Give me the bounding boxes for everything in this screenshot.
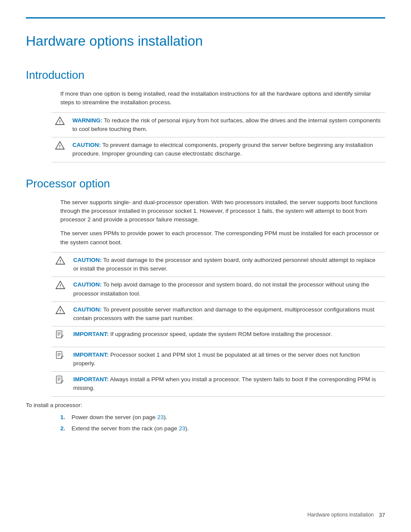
processor-caution-row-2: CAUTION: To help avoid damage to the pro…: [52, 277, 385, 302]
warning-label: WARNING:: [72, 117, 103, 124]
processor-caution-row-3: CAUTION: To prevent possible server malf…: [52, 302, 385, 327]
step-2-link[interactable]: 23: [179, 425, 185, 432]
step-2: 2. Extend the server from the rack (on p…: [60, 424, 385, 433]
warning-notice-row: WARNING: To reduce the risk of personal …: [52, 112, 385, 137]
caution-icon-intro: [55, 141, 65, 150]
svg-point-9: [60, 312, 60, 312]
page: Hardware options installation Introducti…: [0, 0, 411, 532]
processor-caution-text-1: CAUTION: To avoid damage to the processo…: [70, 252, 385, 277]
caution-label-intro: CAUTION:: [72, 142, 101, 148]
introduction-notices-table: WARNING: To reduce the risk of personal …: [52, 112, 385, 162]
important-body-1: If upgrading processor speed, update the…: [110, 331, 332, 337]
introduction-section: Introduction If more than one option is …: [26, 67, 385, 162]
processor-caution-row-1: CAUTION: To avoid damage to the processo…: [52, 252, 385, 277]
introduction-body: If more than one option is being install…: [60, 90, 385, 107]
processor-caution-icon-cell-1: [52, 252, 70, 277]
caution-label-3: CAUTION:: [73, 306, 102, 313]
processor-important-row-1: IMPORTANT: If upgrading processor speed,…: [52, 327, 385, 347]
processor-important-row-2: IMPORTANT: Processor socket 1 and PPM sl…: [52, 347, 385, 372]
processor-important-icon-cell-2: [52, 347, 70, 372]
caution-text-intro: To prevent damage to electrical componen…: [72, 142, 373, 157]
caution-body-2: To help avoid damage to the processor an…: [73, 281, 369, 296]
svg-point-1: [59, 123, 60, 123]
caution-icon-1: [56, 256, 65, 265]
processor-notices-table: CAUTION: To avoid damage to the processo…: [52, 252, 385, 397]
step-1-num: 1.: [60, 413, 68, 422]
page-title: Hardware options installation: [26, 31, 385, 51]
step-2-num: 2.: [60, 424, 68, 433]
processor-important-icon-cell-3: [52, 372, 70, 397]
step-1: 1. Power down the server (on page 23).: [60, 413, 385, 422]
processor-body1: The server supports single- and dual-pro…: [60, 198, 385, 224]
warning-icon: [55, 116, 65, 126]
step-2-content: Extend the server from the rack (on page…: [72, 424, 189, 433]
processor-body2: The server uses PPMs to provide power to…: [60, 229, 385, 247]
steps-list: 1. Power down the server (on page 23). 2…: [60, 413, 385, 433]
processor-option-heading: Processor option: [26, 175, 385, 192]
step-1-after: ).: [164, 414, 167, 420]
important-body-2: Processor socket 1 and PPM slot 1 must b…: [73, 352, 360, 367]
top-rule: [26, 17, 385, 19]
step-1-text: Power down the server (on page: [72, 414, 157, 420]
processor-caution-icon-cell-2: [52, 277, 70, 302]
processor-option-section: Processor option The server supports sin…: [26, 175, 385, 433]
svg-point-7: [60, 287, 60, 288]
step-2-text: Extend the server from the rack (on page: [72, 425, 179, 432]
svg-point-3: [59, 147, 60, 148]
step-2-after: ).: [185, 425, 189, 432]
caution-body-1: To avoid damage to the processor and sys…: [73, 257, 375, 272]
caution-icon-3: [56, 305, 65, 315]
important-label-3: IMPORTANT:: [73, 376, 109, 383]
important-label-1: IMPORTANT:: [73, 331, 109, 337]
important-body-3: Always install a PPM when you install a …: [73, 376, 376, 391]
processor-important-row-3: IMPORTANT: Always install a PPM when you…: [52, 372, 385, 397]
step-1-content: Power down the server (on page 23).: [72, 413, 167, 422]
footer-page: 37: [379, 511, 385, 520]
processor-important-text-2: IMPORTANT: Processor socket 1 and PPM sl…: [70, 347, 385, 372]
important-icon-2: [55, 351, 65, 361]
important-label-2: IMPORTANT:: [73, 352, 109, 358]
caution-icon-2: [56, 280, 65, 290]
caution-notice-text-intro: CAUTION: To prevent damage to electrical…: [69, 137, 385, 162]
svg-point-5: [60, 262, 60, 263]
caution-body-3: To prevent possible server malfunction a…: [73, 306, 374, 321]
step-intro: To install a processor:: [26, 401, 385, 410]
processor-important-icon-cell-1: [52, 327, 70, 347]
step-1-link[interactable]: 23: [157, 414, 164, 420]
processor-caution-text-3: CAUTION: To prevent possible server malf…: [70, 302, 385, 327]
processor-caution-icon-cell-3: [52, 302, 70, 327]
caution-icon-cell-intro: [52, 137, 69, 162]
caution-notice-row-intro: CAUTION: To prevent damage to electrical…: [52, 137, 385, 162]
warning-icon-cell: [52, 112, 69, 137]
processor-important-text-3: IMPORTANT: Always install a PPM when you…: [70, 372, 385, 397]
important-icon-1: [55, 330, 65, 340]
footer: Hardware options installation 37: [307, 511, 385, 520]
processor-important-text-1: IMPORTANT: If upgrading processor speed,…: [70, 327, 385, 347]
warning-text: To reduce the risk of personal injury fr…: [72, 117, 381, 132]
footer-text: Hardware options installation: [307, 511, 374, 519]
important-icon-3: [55, 375, 65, 386]
caution-label-2: CAUTION:: [73, 281, 102, 288]
processor-caution-text-2: CAUTION: To help avoid damage to the pro…: [70, 277, 385, 302]
introduction-heading: Introduction: [26, 67, 385, 84]
warning-notice-text: WARNING: To reduce the risk of personal …: [69, 112, 385, 137]
caution-label-1: CAUTION:: [73, 257, 102, 263]
